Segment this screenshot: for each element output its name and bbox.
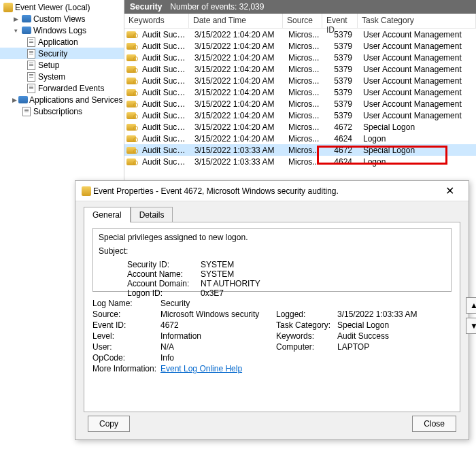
cell-source: Micros... [284,122,324,132]
subject-label: Subject: [99,246,445,256]
tree-setup[interactable]: Setup [0,59,124,71]
cell-keywords: Audit Succe... [138,111,190,120]
log-icon [26,71,37,82]
description-box: Special privileges assigned to new logon… [92,228,452,292]
cell-keywords: Audit Succe... [138,88,190,97]
dialog-icon [81,186,92,197]
table-row[interactable]: Audit Succe...3/15/2022 1:04:20 AMMicros… [124,75,476,86]
cell-taskcat: Logon [359,134,476,144]
cell-datetime: 3/15/2022 1:04:20 AM [190,122,284,132]
tree-label: Applications and Services Lo [29,95,124,105]
col-eventid[interactable]: Event ID [322,14,358,28]
up-button[interactable]: ▲ [466,297,476,314]
security-id-label: Security ID: [127,260,201,269]
account-domain-label: Account Domain: [127,279,201,288]
down-button[interactable]: ▼ [466,318,476,334]
cell-datetime: 3/15/2022 1:04:20 AM [190,41,284,51]
logon-id-value: 0x3E7 [201,288,224,298]
col-taskcat[interactable]: Task Category [358,14,476,28]
cell-keywords: Audit Succe... [138,134,190,144]
level-value: Information [160,331,276,341]
cell-eventid: 5379 [324,65,359,74]
cell-taskcat: User Account Management [359,111,476,120]
cell-taskcat: User Account Management [359,30,476,39]
cell-eventid: 4624 [324,134,359,144]
cell-taskcat: Logon [359,157,476,167]
dialog-title-text: Event Properties - Event 4672, Microsoft… [93,186,436,196]
dialog-titlebar[interactable]: Event Properties - Event 4672, Microsoft… [75,181,469,201]
tree-label: System [38,72,65,82]
table-row[interactable]: Audit Succe...3/15/2022 1:03:33 AMMicros… [124,156,476,167]
tree-windows-logs[interactable]: ▾Windows Logs [0,24,124,36]
close-button[interactable]: Close [412,416,456,432]
copy-button[interactable]: Copy [88,416,130,432]
list-count: Number of events: 32,039 [170,2,264,12]
list-header-bar: Security Number of events: 32,039 [124,0,476,14]
expand-icon[interactable]: ▶ [12,15,20,22]
tree-label: Security [38,49,67,59]
table-row[interactable]: Audit Succe...3/15/2022 1:04:20 AMMicros… [124,86,476,98]
tab-details[interactable]: Details [131,207,173,222]
close-icon[interactable]: ✕ [436,182,463,201]
table-row[interactable]: Audit Succe...3/15/2022 1:03:33 AMMicros… [124,144,476,156]
spacer-icon [12,107,20,115]
key-icon [126,112,137,119]
tree-root[interactable]: Event Viewer (Local) [0,1,124,13]
tree-application[interactable]: Application [0,36,124,48]
tree-subscriptions[interactable]: Subscriptions [0,105,124,117]
cell-taskcat: User Account Management [359,76,476,86]
cell-datetime: 3/15/2022 1:04:20 AM [190,53,284,63]
tree-apps-services[interactable]: ▶Applications and Services Lo [0,94,124,105]
table-row[interactable]: Audit Succe...3/15/2022 1:04:20 AMMicros… [124,63,476,75]
tree-label: Setup [38,61,59,70]
cell-datetime: 3/15/2022 1:03:33 AM [190,146,284,155]
folder-icon [21,25,32,36]
collapse-icon[interactable]: ▾ [12,27,20,34]
tree-custom-views[interactable]: ▶Custom Views [0,13,124,24]
col-datetime[interactable]: Date and Time [189,14,283,28]
security-id-value: SYSTEM [201,260,234,269]
tree-label: Custom Views [33,14,85,24]
tree-forwarded[interactable]: Forwarded Events [0,82,124,94]
dialog-footer: Copy Close [75,408,469,439]
table-row[interactable]: Audit Succe...3/15/2022 1:04:20 AMMicros… [124,121,476,133]
opcode-label: OpCode: [92,353,160,363]
account-name-label: Account Name: [127,269,201,279]
cell-datetime: 3/15/2022 1:04:20 AM [190,111,284,120]
tree-security[interactable]: Security [0,48,124,59]
level-label: Level: [92,331,160,341]
table-row[interactable]: Audit Succe...3/15/2022 1:04:20 AMMicros… [124,52,476,63]
col-keywords[interactable]: Keywords [124,14,189,28]
tab-general[interactable]: General [84,207,131,222]
tree-label: Forwarded Events [38,84,104,93]
account-name-value: SYSTEM [201,269,234,279]
expand-icon[interactable]: ▶ [12,96,17,103]
cell-keywords: Audit Succe... [138,30,190,39]
tree-system[interactable]: System [0,71,124,82]
folder-icon [21,14,32,24]
cell-taskcat: User Account Management [359,99,476,109]
table-row[interactable]: Audit Succe...3/15/2022 1:04:20 AMMicros… [124,133,476,144]
cell-datetime: 3/15/2022 1:03:33 AM [190,157,284,167]
cell-source: Micros... [284,41,324,51]
cell-eventid: 5379 [324,76,359,86]
cell-taskcat: User Account Management [359,41,476,51]
key-icon [126,89,137,96]
table-row[interactable]: Audit Succe...3/15/2022 1:04:20 AMMicros… [124,40,476,52]
table-row[interactable]: Audit Succe...3/15/2022 1:04:20 AMMicros… [124,98,476,110]
cell-eventid: 4672 [324,146,359,155]
col-source[interactable]: Source [283,14,322,28]
list-title: Security [130,2,162,12]
cell-taskcat: User Account Management [359,65,476,74]
account-domain-value: NT AUTHORITY [201,279,260,288]
desc-line: Special privileges assigned to new logon… [99,233,445,242]
table-row[interactable]: Audit Succe...3/15/2022 1:04:20 AMMicros… [124,29,476,40]
table-row[interactable]: Audit Succe...3/15/2022 1:04:20 AMMicros… [124,110,476,121]
moreinfo-link[interactable]: Event Log Online Help [160,364,242,373]
source-value: Microsoft Windows security [160,310,276,319]
key-icon [126,78,137,84]
opcode-value: Info [160,353,276,363]
key-icon [126,124,137,131]
cell-keywords: Audit Succe... [138,65,190,74]
cell-eventid: 5379 [324,30,359,39]
